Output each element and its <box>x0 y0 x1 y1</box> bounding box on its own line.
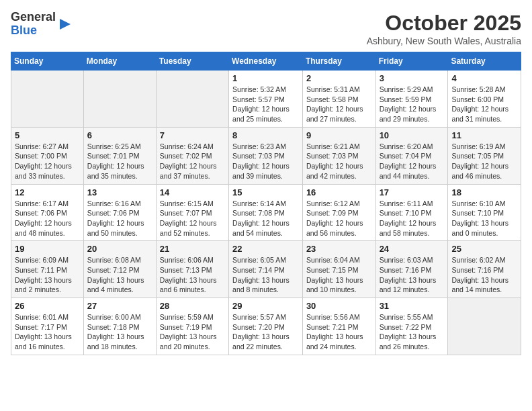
calendar-cell: 3Sunrise: 5:29 AMSunset: 5:59 PMDaylight… <box>375 71 448 128</box>
logo: General Blue <box>11 11 72 38</box>
calendar-cell: 25Sunrise: 6:02 AMSunset: 7:16 PMDayligh… <box>448 241 521 298</box>
header-friday: Friday <box>375 52 448 71</box>
day-number: 12 <box>15 187 80 197</box>
day-number: 27 <box>87 301 152 311</box>
calendar-cell: 5Sunrise: 6:27 AMSunset: 7:00 PMDaylight… <box>11 127 84 184</box>
logo-blue: Blue <box>11 24 37 37</box>
day-number: 18 <box>451 187 517 197</box>
day-number: 31 <box>380 301 445 311</box>
day-info: Sunrise: 6:02 AMSunset: 7:16 PMDaylight:… <box>451 255 517 295</box>
day-info: Sunrise: 6:01 AMSunset: 7:17 PMDaylight:… <box>15 312 80 352</box>
calendar-cell: 18Sunrise: 6:10 AMSunset: 7:10 PMDayligh… <box>448 184 521 241</box>
calendar-cell: 21Sunrise: 6:06 AMSunset: 7:13 PMDayligh… <box>156 241 228 298</box>
calendar-cell <box>448 298 521 355</box>
calendar-cell: 27Sunrise: 6:00 AMSunset: 7:18 PMDayligh… <box>83 298 156 355</box>
day-number: 16 <box>306 187 372 197</box>
calendar-week-row: 19Sunrise: 6:09 AMSunset: 7:11 PMDayligh… <box>11 241 521 298</box>
calendar-cell: 9Sunrise: 6:21 AMSunset: 7:03 PMDaylight… <box>302 127 375 184</box>
day-number: 10 <box>380 130 445 140</box>
day-info: Sunrise: 6:27 AMSunset: 7:00 PMDaylight:… <box>15 142 80 181</box>
calendar-cell <box>83 71 156 128</box>
day-number: 25 <box>451 244 517 254</box>
calendar-cell <box>156 71 228 128</box>
day-info: Sunrise: 6:10 AMSunset: 7:10 PMDaylight:… <box>451 199 517 238</box>
day-info: Sunrise: 6:14 AMSunset: 7:08 PMDaylight:… <box>232 199 299 238</box>
day-info: Sunrise: 6:09 AMSunset: 7:11 PMDaylight:… <box>15 255 80 295</box>
calendar-cell: 28Sunrise: 5:59 AMSunset: 7:19 PMDayligh… <box>156 298 228 355</box>
day-number: 23 <box>306 244 372 254</box>
calendar-cell: 24Sunrise: 6:03 AMSunset: 7:16 PMDayligh… <box>375 241 448 298</box>
day-number: 11 <box>451 130 517 140</box>
day-number: 8 <box>232 130 299 140</box>
calendar-week-row: 1Sunrise: 5:32 AMSunset: 5:57 PMDaylight… <box>11 71 521 128</box>
day-info: Sunrise: 5:31 AMSunset: 5:58 PMDaylight:… <box>306 85 372 124</box>
calendar-cell: 23Sunrise: 6:04 AMSunset: 7:15 PMDayligh… <box>302 241 375 298</box>
day-info: Sunrise: 6:20 AMSunset: 7:04 PMDaylight:… <box>380 142 445 181</box>
day-info: Sunrise: 6:25 AMSunset: 7:01 PMDaylight:… <box>87 142 152 181</box>
day-number: 5 <box>15 130 80 140</box>
calendar-cell: 16Sunrise: 6:12 AMSunset: 7:09 PMDayligh… <box>302 184 375 241</box>
day-number: 6 <box>87 130 152 140</box>
day-number: 20 <box>87 244 152 254</box>
day-info: Sunrise: 5:29 AMSunset: 5:59 PMDaylight:… <box>380 85 445 124</box>
day-number: 24 <box>380 244 445 254</box>
day-info: Sunrise: 5:59 AMSunset: 7:19 PMDaylight:… <box>160 312 225 352</box>
calendar-cell: 1Sunrise: 5:32 AMSunset: 5:57 PMDaylight… <box>229 71 303 128</box>
calendar-cell: 2Sunrise: 5:31 AMSunset: 5:58 PMDaylight… <box>302 71 375 128</box>
day-number: 3 <box>380 73 445 83</box>
calendar-cell: 11Sunrise: 6:19 AMSunset: 7:05 PMDayligh… <box>448 127 521 184</box>
day-info: Sunrise: 6:00 AMSunset: 7:18 PMDaylight:… <box>87 312 152 352</box>
location-title: Ashbury, New South Wales, Australia <box>367 36 521 46</box>
calendar-cell: 4Sunrise: 5:28 AMSunset: 6:00 PMDaylight… <box>448 71 521 128</box>
day-number: 9 <box>306 130 372 140</box>
day-number: 4 <box>451 73 517 83</box>
calendar-cell <box>11 71 84 128</box>
day-info: Sunrise: 6:12 AMSunset: 7:09 PMDaylight:… <box>306 199 372 238</box>
calendar-cell: 31Sunrise: 5:55 AMSunset: 7:22 PMDayligh… <box>375 298 448 355</box>
day-info: Sunrise: 6:17 AMSunset: 7:06 PMDaylight:… <box>15 199 80 238</box>
day-number: 26 <box>15 301 80 311</box>
calendar-cell: 7Sunrise: 6:24 AMSunset: 7:02 PMDaylight… <box>156 127 228 184</box>
day-info: Sunrise: 6:23 AMSunset: 7:03 PMDaylight:… <box>232 142 299 181</box>
day-info: Sunrise: 6:03 AMSunset: 7:16 PMDaylight:… <box>380 255 445 295</box>
header-saturday: Saturday <box>448 52 521 71</box>
day-number: 7 <box>160 130 225 140</box>
month-title: October 2025 <box>367 11 521 36</box>
day-number: 15 <box>232 187 299 197</box>
calendar-cell: 30Sunrise: 5:56 AMSunset: 7:21 PMDayligh… <box>302 298 375 355</box>
day-number: 13 <box>87 187 152 197</box>
day-info: Sunrise: 6:04 AMSunset: 7:15 PMDaylight:… <box>306 255 372 295</box>
day-number: 22 <box>232 244 299 254</box>
day-number: 19 <box>15 244 80 254</box>
calendar-cell: 10Sunrise: 6:20 AMSunset: 7:04 PMDayligh… <box>375 127 448 184</box>
calendar-header-row: SundayMondayTuesdayWednesdayThursdayFrid… <box>11 52 521 71</box>
day-info: Sunrise: 6:19 AMSunset: 7:05 PMDaylight:… <box>451 142 517 181</box>
day-number: 1 <box>232 73 299 83</box>
header-wednesday: Wednesday <box>229 52 303 71</box>
day-number: 14 <box>160 187 225 197</box>
day-info: Sunrise: 5:57 AMSunset: 7:20 PMDaylight:… <box>232 312 299 352</box>
calendar-cell: 29Sunrise: 5:57 AMSunset: 7:20 PMDayligh… <box>229 298 303 355</box>
day-info: Sunrise: 6:16 AMSunset: 7:06 PMDaylight:… <box>87 199 152 238</box>
calendar-week-row: 26Sunrise: 6:01 AMSunset: 7:17 PMDayligh… <box>11 298 521 355</box>
calendar-cell: 17Sunrise: 6:11 AMSunset: 7:10 PMDayligh… <box>375 184 448 241</box>
day-number: 30 <box>306 301 372 311</box>
calendar-cell: 13Sunrise: 6:16 AMSunset: 7:06 PMDayligh… <box>83 184 156 241</box>
logo-general: General <box>11 10 56 24</box>
calendar-week-row: 5Sunrise: 6:27 AMSunset: 7:00 PMDaylight… <box>11 127 521 184</box>
header-monday: Monday <box>83 52 156 71</box>
day-number: 2 <box>306 73 372 83</box>
day-info: Sunrise: 6:24 AMSunset: 7:02 PMDaylight:… <box>160 142 225 181</box>
day-info: Sunrise: 6:05 AMSunset: 7:14 PMDaylight:… <box>232 255 299 295</box>
day-info: Sunrise: 5:55 AMSunset: 7:22 PMDaylight:… <box>380 312 445 352</box>
title-block: October 2025 Ashbury, New South Wales, A… <box>367 11 521 46</box>
calendar-cell: 26Sunrise: 6:01 AMSunset: 7:17 PMDayligh… <box>11 298 84 355</box>
header-thursday: Thursday <box>302 52 375 71</box>
calendar-cell: 8Sunrise: 6:23 AMSunset: 7:03 PMDaylight… <box>229 127 303 184</box>
day-info: Sunrise: 6:06 AMSunset: 7:13 PMDaylight:… <box>160 255 225 295</box>
day-info: Sunrise: 6:08 AMSunset: 7:12 PMDaylight:… <box>87 255 152 295</box>
calendar-week-row: 12Sunrise: 6:17 AMSunset: 7:06 PMDayligh… <box>11 184 521 241</box>
calendar-cell: 20Sunrise: 6:08 AMSunset: 7:12 PMDayligh… <box>83 241 156 298</box>
day-number: 28 <box>160 301 225 311</box>
day-info: Sunrise: 5:28 AMSunset: 6:00 PMDaylight:… <box>451 85 517 124</box>
